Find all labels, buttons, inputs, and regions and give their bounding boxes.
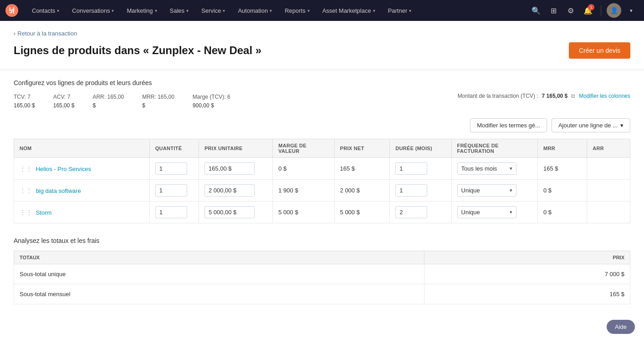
nav-asset-marketplace[interactable]: Asset Marketplace ▾ [316,0,382,21]
arr-cell [587,202,630,223]
nav-sales[interactable]: Sales ▾ [164,0,195,21]
total-value: 165 $ [424,284,630,304]
freq-cell: UniqueTous les moisAnnuel ▾ [451,180,537,202]
chevron-down-icon: ▾ [270,8,272,13]
net-cell: 5 000 $ [334,202,390,223]
product-name-link[interactable]: big data software [36,187,81,194]
config-section-label: Configurez vos lignes de produits et leu… [14,79,630,86]
nav-divider [601,5,601,16]
col-header-qty: QUANTITÉ [149,139,199,158]
totals-section: Analysez les totaux et les frais TOTAUX … [14,237,630,304]
marge-cell: 1 900 $ [273,180,334,202]
marge-cell: 5 000 $ [273,202,334,223]
totals-col-totaux: TOTAUX [14,251,424,264]
price-input[interactable] [204,206,255,218]
settings-button[interactable]: ⚙ [563,3,578,18]
nav-service[interactable]: Service ▾ [195,0,231,21]
total-label: Sous-total mensuel [14,284,424,304]
topnav-right: 🔍 ⊞ ⚙ 🔔 1 👤 ▾ [529,3,639,18]
duration-input[interactable] [395,162,427,175]
user-avatar[interactable]: 👤 [607,3,621,18]
qty-cell [149,158,199,180]
totals-col-prix: PRIX [424,251,630,264]
qty-cell [149,180,199,202]
col-header-marge: MARGE DE VALEUR [273,139,334,158]
modify-terms-button[interactable]: Modifier les termes gé... [470,118,547,132]
qty-input[interactable] [155,162,187,175]
freq-select[interactable]: Tous les moisTous les trimestresAnnuel [458,163,516,174]
freq-select[interactable]: UniqueTous les moisAnnuel [458,207,516,218]
duration-input[interactable] [395,184,427,197]
duree-cell [390,202,451,223]
total-value: 7 000 $ [424,264,630,284]
drag-handle-icon[interactable]: ⋮⋮ [20,187,32,194]
product-name-link[interactable]: Storm [36,209,52,216]
stat-arr: ARR: 165,00 $ [92,93,124,110]
nav-marketing[interactable]: Marketing ▾ [120,0,163,21]
page-header: Lignes de produits dans « Zunplex - New … [14,42,630,59]
col-header-arr: ARR [587,139,630,158]
search-button[interactable]: 🔍 [529,3,543,18]
chevron-down-icon: ▾ [373,8,375,13]
nav-contacts[interactable]: Contacts ▾ [26,0,66,21]
col-header-freq: FRÉQUENCE DE FACTURATION [451,139,537,158]
arr-cell [587,158,630,180]
product-table: NOM QUANTITÉ PRIX UNITAIRE MARGE DE VALE… [14,139,630,223]
drag-handle-icon[interactable]: ⋮⋮ [20,209,32,216]
create-quote-button[interactable]: Créer un devis [569,42,630,59]
freq-select-wrapper: Tous les moisTous les trimestresAnnuel ▾ [457,162,516,175]
stat-marge: Marge (TCV): 6 900,00 $ [193,93,230,110]
stat-tcv: TCV: 7 165,00 $ [14,93,35,110]
breadcrumb-link[interactable]: ‹ Retour à la transaction [14,30,77,37]
price-cell [199,158,272,180]
modify-columns-link[interactable]: Modifier les colonnes [579,93,630,99]
chevron-down-icon: ▾ [307,8,310,13]
hubspot-logo[interactable] [5,4,18,17]
net-cell: 165 $ [334,158,390,180]
grid-icon-button[interactable]: ⊞ [546,3,561,18]
notifications-button[interactable]: 🔔 1 [581,3,595,18]
totals-row: Sous-total mensuel 165 $ [14,284,630,304]
net-cell: 2 000 $ [334,180,390,202]
nav-automation[interactable]: Automation ▾ [231,0,278,21]
stats-row: TCV: 7 165,00 $ ACV: 7 165,00 $ ARR: 165… [14,93,630,110]
table-row: ⋮⋮ big data software 1 900 $ 2 000 $ Uni… [14,180,630,202]
account-chevron-icon[interactable]: ▾ [624,3,639,18]
duration-input[interactable] [395,206,427,218]
actions-row: Modifier les termes gé... Ajouter une li… [14,118,630,132]
duree-cell [390,180,451,202]
copy-icon: ⧉ [571,93,575,99]
add-product-line-button[interactable]: Ajouter une ligne de ... ▾ [552,118,630,132]
chevron-down-icon: ▾ [409,8,411,13]
nav-conversations[interactable]: Conversations ▾ [66,0,120,21]
qty-input[interactable] [155,206,187,218]
product-name-link[interactable]: Helios - Pro Services [36,166,91,172]
col-header-mrr: MRR [538,139,587,158]
totals-section-label: Analysez les totaux et les frais [14,237,630,244]
price-cell [199,180,272,202]
freq-select-wrapper: UniqueTous les moisAnnuel ▾ [457,206,516,218]
marge-cell: 0 $ [273,158,334,180]
page-title: Lignes de produits dans « Zunplex - New … [14,44,261,57]
price-input[interactable] [204,184,255,197]
breadcrumb-label: Retour à la transaction [17,30,77,37]
drag-handle-icon[interactable]: ⋮⋮ [20,165,32,172]
qty-input[interactable] [155,184,187,197]
product-name-cell: ⋮⋮ Storm [14,202,150,223]
price-input[interactable] [204,162,255,175]
stat-acv: ACV: 7 165,00 $ [53,93,75,110]
back-arrow-icon: ‹ [14,30,15,37]
nav-reports[interactable]: Reports ▾ [278,0,316,21]
product-name-cell: ⋮⋮ Helios - Pro Services [14,158,150,180]
stat-mrr: MRR: 165,00 $ [142,93,174,110]
qty-cell [149,202,199,223]
top-navigation: Contacts ▾ Conversations ▾ Marketing ▾ S… [0,0,644,21]
arr-cell [587,180,630,202]
mrr-cell: 165 $ [538,158,587,180]
freq-select[interactable]: UniqueTous les moisAnnuel [458,185,516,196]
col-header-nom: NOM [14,139,150,158]
chevron-down-icon: ▾ [155,8,157,13]
dropdown-arrow-icon: ▾ [620,122,624,129]
nav-partner[interactable]: Partner ▾ [382,0,418,21]
section-divider [0,70,644,70]
